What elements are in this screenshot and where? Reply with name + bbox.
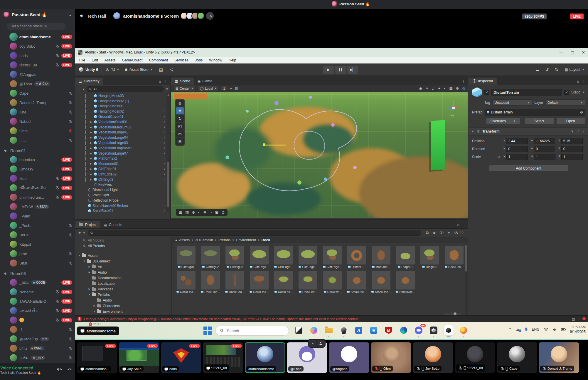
task-view-icon[interactable]: [294, 325, 304, 335]
expand-arrow-icon[interactable]: ▶: [90, 147, 93, 150]
participant-tile[interactable]: Cape: [497, 342, 537, 373]
voice-channel-name[interactable]: Tech Hall: [87, 14, 106, 19]
select-button[interactable]: Select: [525, 118, 554, 124]
expand-arrow-icon[interactable]: ▶: [90, 141, 93, 144]
asset-item[interactable]: Monume...: [370, 246, 392, 269]
chevron-right-icon[interactable]: >: [164, 110, 165, 113]
hierarchy-item[interactable]: ▶VegetationLarge01>: [75, 130, 170, 135]
breadcrumb-item[interactable]: Prefabs: [218, 238, 230, 242]
folder-row-packages[interactable]: ▶Packages: [75, 286, 171, 292]
unity-hub-icon[interactable]: [429, 325, 439, 335]
hierarchy-item[interactable]: HangingMoss02>: [75, 109, 170, 114]
chevron-right-icon[interactable]: >: [164, 146, 165, 150]
create-object-button[interactable]: ＋ ▼: [77, 86, 85, 92]
discord-stream-pill[interactable]: atomishandsome: [77, 327, 119, 335]
menu-gameobject[interactable]: GameObject: [122, 58, 142, 62]
component-menu-icon[interactable]: ⋮: [582, 129, 586, 133]
language-indicator[interactable]: ENG: [532, 327, 540, 332]
chevron-right-icon[interactable]: >: [164, 125, 165, 129]
hierarchy-item[interactable]: StairsNarrow01Broken>: [75, 203, 170, 208]
asset-item[interactable]: CliffEdge...: [321, 246, 343, 269]
expand-arrow-icon[interactable]: ▶: [90, 173, 93, 176]
participant-tile[interactable]: Joy SoLo: [413, 342, 453, 373]
chevron-right-icon[interactable]: >: [164, 178, 165, 181]
expand-arrow-icon[interactable]: ▶: [90, 126, 93, 129]
asset-item[interactable]: RockChu...: [443, 246, 465, 269]
gameobject-name-field[interactable]: DistantTerrain: [491, 89, 562, 96]
collapse-icon[interactable]: ▲: [175, 239, 177, 241]
edge-icon[interactable]: [399, 325, 409, 335]
add-component-button[interactable]: Add Component: [489, 165, 568, 172]
participant-tile[interactable]: LIVEบ่าวซง_08: [203, 342, 243, 373]
voice-user-row[interactable]: Nabed: [0, 117, 75, 126]
breadcrumb-item[interactable]: 3DGamekit: [195, 238, 213, 242]
folder-row-localization[interactable]: Localization: [75, 281, 171, 286]
favorite-item[interactable]: All Models: [75, 237, 171, 243]
voice-user-row[interactable]: @Jane♡ღ♥৭ৎ: [0, 334, 75, 344]
chevron-right-icon[interactable]: >: [164, 131, 165, 134]
layer-dropdown[interactable]: Default▼: [545, 99, 585, 106]
grid-icon[interactable]: ▦: [179, 210, 182, 215]
menu-file[interactable]: File: [79, 58, 85, 62]
chevron-right-icon[interactable]: >: [164, 120, 165, 123]
chevron-right-icon[interactable]: >: [164, 204, 165, 207]
layers-icon[interactable]: ▥: [185, 210, 189, 215]
expand-arrow-icon[interactable]: ▶: [90, 136, 93, 139]
hierarchy-item[interactable]: Directional Light: [75, 187, 170, 192]
open-button[interactable]: Open: [556, 118, 585, 124]
ms-store-icon[interactable]: ⊞: [369, 325, 379, 335]
panel-menu-icon[interactable]: ⋮: [462, 223, 466, 227]
position-z-field[interactable]: 5.15: [561, 138, 583, 144]
unity-editor-icon[interactable]: [444, 325, 454, 335]
voice-channel-room03[interactable]: Room03: [0, 268, 75, 278]
voice-user-row[interactable]: KiM: [0, 107, 75, 117]
play-button[interactable]: ▶: [323, 65, 334, 74]
expand-arrow-icon[interactable]: ▶: [90, 162, 93, 165]
panel-lock-icon[interactable]: ⧈: [577, 79, 579, 83]
rotation-x-field[interactable]: 0: [506, 146, 528, 152]
hierarchy-item[interactable]: HangingMoss03: [75, 93, 170, 98]
chevron-right-icon[interactable]: >: [164, 173, 165, 176]
tab-inspector[interactable]: ⓘ Inspector: [469, 78, 497, 85]
scene-viewport[interactable]: ⊕ ✚ ↻ ◱ ▭ ⊞ ▦ ▥ ⊘ ◐ ❖ ○ ▣ ⊙ Iso: [171, 92, 468, 218]
tree-arrow-icon[interactable]: ▼: [88, 293, 91, 296]
asset-item[interactable]: SmallRoc...: [346, 271, 368, 294]
voice-user-row[interactable]: TAWANEIEIEIO...LIVE: [0, 297, 75, 306]
gizmos-dropdown[interactable]: ⚙: [456, 86, 459, 91]
presets-icon[interactable]: ⇌: [576, 129, 579, 133]
expand-arrow-icon[interactable]: ▶: [90, 178, 93, 181]
position-x-field[interactable]: 2.44: [506, 138, 528, 144]
tag-dropdown[interactable]: Untagged▼: [492, 99, 532, 106]
active-checkbox[interactable]: ✓: [484, 90, 489, 95]
hand-tool[interactable]: ⊕: [176, 100, 184, 107]
chevron-right-icon[interactable]: >: [164, 152, 165, 155]
scale-y-field[interactable]: 1: [534, 154, 555, 160]
hierarchy-item[interactable]: SmallRock01>: [75, 208, 170, 212]
voice-user-row[interactable]: tkoolLIVE: [0, 174, 75, 183]
tree-arrow-icon[interactable]: ▼: [93, 310, 96, 313]
minimize-button[interactable]: —: [559, 50, 563, 55]
package-manager-icon[interactable]: ▤: [159, 67, 163, 72]
search-input[interactable]: [226, 328, 277, 333]
prefab-target-icon[interactable]: ⊙: [580, 110, 583, 114]
folder-row-documentation[interactable]: Documentation: [75, 275, 171, 281]
tree-arrow-icon[interactable]: ▶: [88, 288, 91, 290]
more-viewers-badge[interactable]: +5: [205, 11, 214, 20]
orientation-gizmo[interactable]: Iso: [445, 100, 461, 120]
breadcrumb-item[interactable]: Rock: [262, 238, 270, 242]
chevron-down-icon[interactable]: [309, 340, 316, 347]
cloud-icon[interactable]: ☁: [535, 67, 539, 72]
weather-widget[interactable]: S 31°C: [89, 322, 101, 326]
folder-row-3dgamekit[interactable]: ▼3DGamekit: [75, 258, 171, 264]
voice-user-row[interactable]: _Palm: [0, 211, 75, 221]
hierarchy-item[interactable]: HangingMoss01: [75, 104, 170, 109]
voice-user-row[interactable]: narisLIVE: [0, 51, 75, 60]
hierarchy-item[interactable]: ▶CliffBig03>: [75, 177, 170, 182]
hierarchy-item[interactable]: ▶Platform2x2>: [75, 156, 170, 161]
step-button[interactable]: ▶▏: [347, 65, 358, 74]
rotation-z-field[interactable]: 0: [561, 146, 583, 152]
move-gizmo[interactable]: [264, 145, 286, 145]
tree-arrow-icon[interactable]: ▶: [88, 271, 91, 274]
file-explorer-icon[interactable]: [324, 325, 334, 335]
microphone-tray-icon[interactable]: [524, 327, 528, 332]
